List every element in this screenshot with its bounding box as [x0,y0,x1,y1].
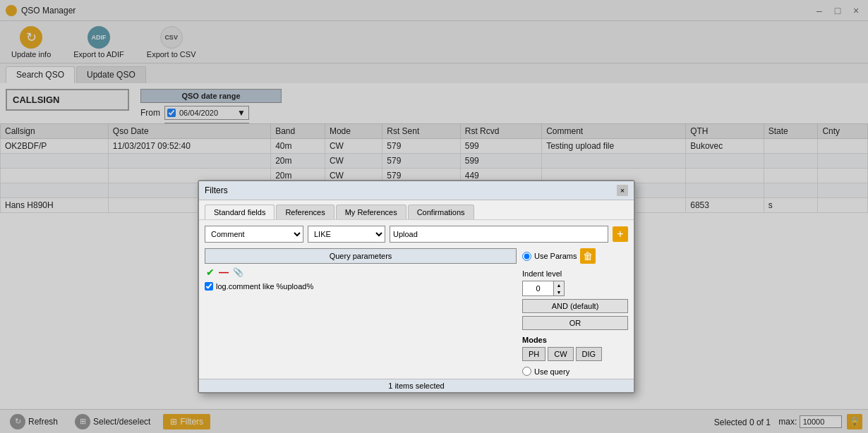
filter-tab-bar: Standard fields References My References… [199,200,634,219]
add-filter-button[interactable]: + [613,226,628,242]
indent-value: 0 [523,281,553,295]
filter-tab-my-references[interactable]: My References [336,205,406,219]
indent-down-button[interactable]: ▼ [554,288,564,295]
use-query-row: Use query [522,367,628,376]
filter-operator-select[interactable]: LIKE = != < > BETWEEN [308,226,385,243]
condition-checkbox[interactable] [205,282,213,291]
indent-level-label: Indent level [522,269,628,278]
indent-up-button[interactable]: ▲ [554,281,564,288]
modes-label: Modes [522,336,628,344]
use-params-row: Use Params 🗑 [522,248,628,264]
query-icons-row: ✔ — 📎 [205,267,517,278]
use-query-label: Use query [534,367,569,376]
indent-spinner: 0 ▲ ▼ [522,281,565,296]
indent-arrows: ▲ ▼ [553,281,564,295]
use-params-radio[interactable] [522,252,531,261]
query-right-panel: Use Params 🗑 Indent level 0 ▲ ▼ AND (def… [522,248,628,376]
mode-dig-button[interactable]: DIG [576,347,603,361]
modal-status-bar: 1 items selected [199,379,634,392]
filter-tab-confirmations[interactable]: Confirmations [408,205,474,219]
delete-condition-button[interactable]: 🗑 [580,248,596,264]
items-selected-text: 1 items selected [388,382,444,390]
and-button[interactable]: AND (default) [522,299,628,313]
filter-tab-standard[interactable]: Standard fields [205,205,275,219]
modal-overlay: Filters × Standard fields References My … [0,0,868,433]
query-params-section: Query parameters ✔ — 📎 log.comment like … [199,248,634,379]
query-left-panel: Query parameters ✔ — 📎 log.comment like … [205,248,517,292]
link-icon: 📎 [233,267,243,277]
filter-value-input[interactable] [390,226,608,243]
mode-cw-button[interactable]: CW [548,347,573,361]
use-params-label: Use Params [534,252,577,260]
query-parameters-button[interactable]: Query parameters [205,248,517,264]
modal-titlebar: Filters × [199,181,634,200]
condition-text: log.comment like %upload% [216,282,313,291]
modal-close-button[interactable]: × [617,185,628,196]
filter-field-select[interactable]: Comment Callsign Band Mode QTH State [205,226,303,243]
filter-tab-references[interactable]: References [276,205,334,219]
modal-title: Filters [205,185,228,195]
query-condition-row: log.comment like %upload% [205,281,517,292]
check-icon: ✔ [206,267,215,278]
mode-ph-button[interactable]: PH [522,347,545,361]
filter-condition-row: Comment Callsign Band Mode QTH State LIK… [199,219,634,248]
or-button[interactable]: OR [522,316,628,330]
remove-icon: — [219,267,229,278]
filters-modal: Filters × Standard fields References My … [198,180,635,394]
use-query-radio[interactable] [522,367,531,376]
mode-buttons-row: PH CW DIG [522,347,628,361]
